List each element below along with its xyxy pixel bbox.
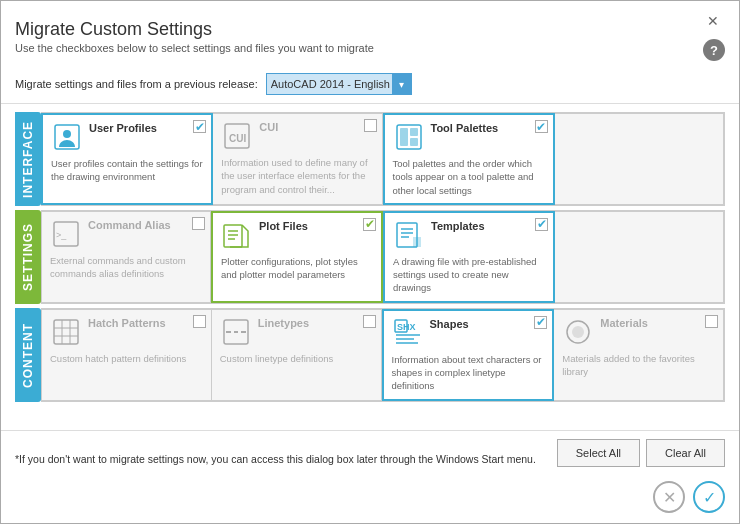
dialog-title: Migrate Custom Settings	[15, 19, 374, 40]
title-area: Migrate Custom Settings Use the checkbox…	[15, 19, 374, 54]
dialog: Migrate Custom Settings Use the checkbox…	[0, 0, 740, 524]
svg-rect-19	[54, 320, 78, 344]
content-label: Content	[15, 308, 41, 402]
card-header: Hatch Patterns	[50, 316, 203, 348]
templates-icon	[393, 219, 425, 251]
svg-text:>_: >_	[56, 230, 67, 240]
card-tool-palettes: ✔ Tool Palettes Tool palettes and the or…	[383, 113, 555, 205]
footer-note: *If you don't want to migrate settings n…	[15, 452, 549, 467]
cui-icon: CUI	[221, 120, 253, 152]
checkbox-cui[interactable]	[364, 119, 377, 132]
card-title-templates: Templates	[431, 219, 545, 233]
svg-point-34	[572, 326, 584, 338]
content-cards: Hatch Patterns Custom hatch pattern defi…	[41, 308, 725, 402]
card-user-profiles: ✔ User Profiles User profiles contain th…	[41, 113, 213, 205]
card-header: Plot Files	[221, 219, 373, 251]
checkbox-hatch-patterns[interactable]	[193, 315, 206, 328]
card-cui: CUI CUI Information used to define many …	[213, 113, 382, 205]
interface-cards: ✔ User Profiles User profiles contain th…	[41, 112, 725, 206]
card-header: >_ Command Alias	[50, 218, 202, 250]
card-desc-templates: A drawing file with pre-established sett…	[393, 255, 545, 295]
release-dropdown[interactable]: AutoCAD 2014 - EnglishAutoCAD 2013 - Eng…	[266, 73, 412, 95]
linetypes-icon	[220, 316, 252, 348]
svg-point-1	[63, 130, 71, 138]
footer-buttons: Select All Clear All	[557, 439, 725, 467]
checkbox-templates[interactable]: ✔	[535, 218, 548, 231]
card-empty-interface	[555, 113, 724, 205]
svg-rect-7	[410, 138, 418, 146]
dropdown-label: Migrate settings and files from a previo…	[15, 78, 258, 90]
card-desc-shapes: Information about text characters or sha…	[392, 353, 545, 393]
user-profiles-icon	[51, 121, 83, 153]
select-all-button[interactable]: Select All	[557, 439, 640, 467]
card-title-plot-files: Plot Files	[259, 219, 373, 233]
cancel-button[interactable]: ✕	[653, 481, 685, 513]
checkbox-shapes[interactable]: ✔	[534, 316, 547, 329]
settings-section: Settings >_ Command Alias External comma…	[15, 210, 725, 304]
card-header: Linetypes	[220, 316, 373, 348]
card-desc-cui: Information used to define many of the u…	[221, 156, 373, 196]
svg-rect-5	[400, 128, 408, 146]
card-hatch-patterns: Hatch Patterns Custom hatch pattern defi…	[41, 309, 212, 401]
settings-label: Settings	[15, 210, 41, 304]
card-templates: ✔ Templates A drawing file with pre-esta…	[383, 211, 555, 303]
card-shapes: ✔ SHX Shapes Information about text char…	[382, 309, 555, 401]
card-desc-linetypes: Custom linetype definitions	[220, 352, 373, 365]
card-header: CUI CUI	[221, 120, 373, 152]
materials-icon	[562, 316, 594, 348]
svg-rect-10	[224, 225, 242, 247]
card-desc-materials: Materials added to the favorites library	[562, 352, 715, 379]
svg-rect-6	[410, 128, 418, 136]
card-header: User Profiles	[51, 121, 203, 153]
card-desc-plot-files: Plotter configurations, plot styles and …	[221, 255, 373, 282]
help-button[interactable]: ?	[703, 39, 725, 61]
svg-text:SHX: SHX	[397, 322, 416, 332]
checkbox-plot-files[interactable]: ✔	[363, 218, 376, 231]
card-header: Templates	[393, 219, 545, 251]
footer: *If you don't want to migrate settings n…	[1, 430, 739, 475]
card-desc-hatch-patterns: Custom hatch pattern definitions	[50, 352, 203, 365]
card-title-user-profiles: User Profiles	[89, 121, 203, 135]
ok-button[interactable]: ✓	[693, 481, 725, 513]
card-materials: Materials Materials added to the favorit…	[554, 309, 724, 401]
shapes-icon: SHX	[392, 317, 424, 349]
svg-marker-18	[413, 237, 421, 247]
card-linetypes: Linetypes Custom linetype definitions	[212, 309, 382, 401]
dropdown-row: Migrate settings and files from a previo…	[1, 65, 739, 104]
title-bar: Migrate Custom Settings Use the checkbox…	[1, 1, 739, 65]
interface-label: Interface	[15, 112, 41, 206]
card-empty-settings	[555, 211, 724, 303]
clear-all-button[interactable]: Clear All	[646, 439, 725, 467]
checkbox-linetypes[interactable]	[363, 315, 376, 328]
content-section: Content Hatch Patterns Custom hatch patt…	[15, 308, 725, 402]
checkbox-materials[interactable]	[705, 315, 718, 328]
card-header: Tool Palettes	[393, 121, 545, 153]
card-title-shapes: Shapes	[430, 317, 545, 331]
bottom-bar: ✕ ✓	[1, 475, 739, 523]
settings-cards: >_ Command Alias External commands and c…	[41, 210, 725, 304]
plot-files-icon	[221, 219, 253, 251]
tool-palettes-icon	[393, 121, 425, 153]
card-desc-tool-palettes: Tool palettes and the order which tools …	[393, 157, 545, 197]
content-area: Interface ✔ User Profiles User profiles …	[1, 104, 739, 430]
card-title-linetypes: Linetypes	[258, 316, 373, 330]
checkbox-tool-palettes[interactable]: ✔	[535, 120, 548, 133]
card-title-cui: CUI	[259, 120, 373, 134]
card-desc-user-profiles: User profiles contain the settings for t…	[51, 157, 203, 184]
dialog-subtitle: Use the checkboxes below to select setti…	[15, 42, 374, 54]
card-title-tool-palettes: Tool Palettes	[431, 121, 545, 135]
card-title-materials: Materials	[600, 316, 715, 330]
card-desc-command-alias: External commands and custom commands al…	[50, 254, 202, 281]
card-title-hatch-patterns: Hatch Patterns	[88, 316, 203, 330]
interface-section: Interface ✔ User Profiles User profiles …	[15, 112, 725, 206]
close-button[interactable]: ✕	[703, 11, 723, 31]
command-alias-icon: >_	[50, 218, 82, 250]
card-plot-files: ✔ Plot Files Plotter configurations, plo…	[211, 211, 383, 303]
card-command-alias: >_ Command Alias External commands and c…	[41, 211, 211, 303]
checkbox-command-alias[interactable]	[192, 217, 205, 230]
card-header: Materials	[562, 316, 715, 348]
dropdown-wrapper: AutoCAD 2014 - EnglishAutoCAD 2013 - Eng…	[266, 73, 412, 95]
svg-text:CUI: CUI	[229, 133, 246, 144]
hatch-patterns-icon	[50, 316, 82, 348]
checkbox-user-profiles[interactable]: ✔	[193, 120, 206, 133]
